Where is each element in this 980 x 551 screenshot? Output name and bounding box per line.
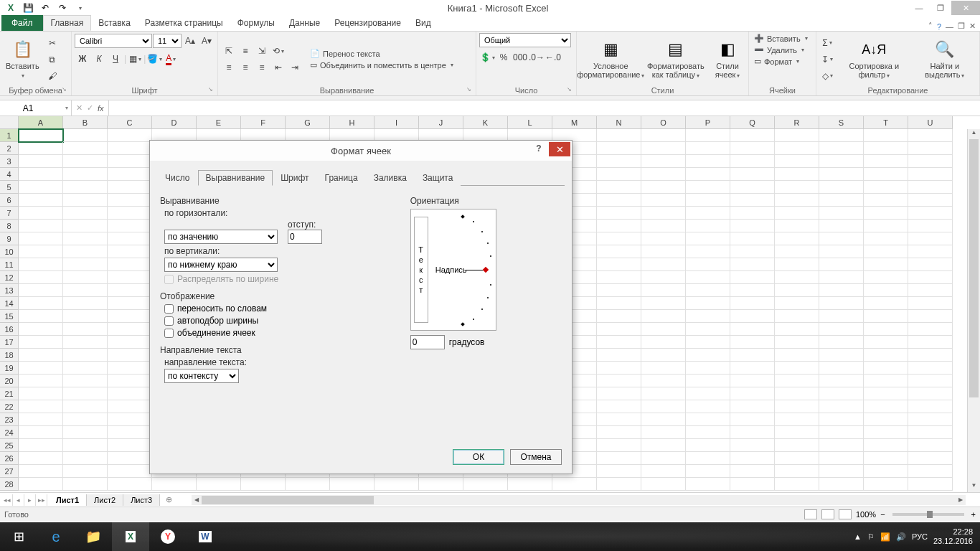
zoom-in-button[interactable]: + bbox=[971, 510, 976, 519]
bold-button[interactable]: Ж bbox=[75, 51, 90, 67]
cell[interactable] bbox=[597, 413, 641, 426]
cell[interactable] bbox=[19, 400, 63, 413]
cell[interactable] bbox=[19, 155, 63, 168]
align-right-button[interactable]: ≡ bbox=[254, 60, 270, 75]
cell[interactable] bbox=[819, 297, 864, 310]
cell[interactable] bbox=[730, 426, 775, 439]
row-header[interactable]: 8 bbox=[0, 220, 19, 232]
delete-cells-button[interactable]: ➖ Удалить ▾ bbox=[752, 44, 813, 55]
cell[interactable] bbox=[775, 439, 819, 452]
cell[interactable] bbox=[19, 387, 63, 400]
cell[interactable] bbox=[775, 375, 819, 387]
cell[interactable] bbox=[908, 362, 953, 375]
increase-decimal-button[interactable]: .0→ bbox=[529, 50, 545, 65]
cell[interactable] bbox=[19, 245, 63, 258]
mdi-minimize-icon[interactable]: — bbox=[946, 22, 953, 31]
cell[interactable] bbox=[597, 439, 641, 452]
row-header[interactable]: 13 bbox=[0, 284, 19, 297]
column-header[interactable]: R bbox=[775, 116, 819, 129]
cell[interactable] bbox=[730, 375, 775, 387]
scroll-up-icon[interactable]: ▲ bbox=[968, 129, 980, 139]
file-tab[interactable]: Файл bbox=[1, 15, 43, 31]
cell[interactable] bbox=[63, 362, 108, 375]
increase-indent-button[interactable]: ⇥ bbox=[287, 60, 303, 75]
cell[interactable] bbox=[108, 452, 152, 465]
cell[interactable] bbox=[597, 168, 641, 181]
number-format-select[interactable]: Общий bbox=[479, 33, 571, 47]
cell[interactable] bbox=[864, 232, 908, 245]
cell[interactable] bbox=[19, 181, 63, 194]
new-sheet-button[interactable]: ⊕ bbox=[160, 495, 177, 504]
cell[interactable] bbox=[63, 439, 108, 452]
cell[interactable] bbox=[108, 207, 152, 220]
sheet-tab[interactable]: Лист1 bbox=[49, 494, 87, 506]
cell[interactable] bbox=[819, 284, 864, 297]
dialog-help-button[interactable]: ? bbox=[530, 143, 547, 158]
cell[interactable] bbox=[63, 142, 108, 155]
merge-center-button[interactable]: ▭ Объединить и поместить в центре ▾ bbox=[308, 60, 456, 70]
column-header[interactable]: G bbox=[286, 116, 330, 129]
cell[interactable] bbox=[864, 310, 908, 323]
column-header[interactable]: N bbox=[597, 116, 641, 129]
align-top-button[interactable]: ⇱ bbox=[221, 43, 237, 59]
cell[interactable] bbox=[730, 323, 775, 336]
cell[interactable] bbox=[597, 465, 641, 478]
scroll-left-icon[interactable]: ◀ bbox=[192, 496, 202, 503]
orientation-dial[interactable]: Надпись bbox=[433, 214, 491, 326]
border-button[interactable]: ▦▾ bbox=[127, 51, 143, 67]
row-header[interactable]: 4 bbox=[0, 168, 19, 181]
cell[interactable] bbox=[108, 142, 152, 155]
scroll-right-icon[interactable]: ▶ bbox=[956, 496, 966, 503]
cell[interactable] bbox=[908, 271, 953, 284]
cell[interactable] bbox=[463, 478, 508, 491]
dialog-close-button[interactable]: ✕ bbox=[549, 142, 570, 156]
cell[interactable] bbox=[864, 220, 908, 232]
cell[interactable] bbox=[686, 465, 730, 478]
row-header[interactable]: 18 bbox=[0, 349, 19, 362]
italic-button[interactable]: К bbox=[91, 51, 107, 67]
align-left-button[interactable]: ≡ bbox=[221, 60, 237, 75]
cell[interactable] bbox=[864, 387, 908, 400]
cell[interactable] bbox=[19, 232, 63, 245]
cell[interactable] bbox=[19, 220, 63, 232]
cell[interactable] bbox=[597, 349, 641, 362]
cell[interactable] bbox=[641, 387, 686, 400]
horizontal-scrollbar[interactable]: ◀ ▶ bbox=[192, 495, 966, 505]
cell[interactable] bbox=[641, 465, 686, 478]
cell[interactable] bbox=[730, 155, 775, 168]
cell[interactable] bbox=[730, 452, 775, 465]
cell[interactable] bbox=[641, 220, 686, 232]
column-header[interactable]: F bbox=[241, 116, 286, 129]
cell[interactable] bbox=[19, 297, 63, 310]
dlg-tab-protection[interactable]: Защита bbox=[415, 170, 461, 186]
cell[interactable] bbox=[641, 129, 686, 142]
dialog-titlebar[interactable]: Формат ячеек ? ✕ bbox=[150, 141, 572, 161]
indent-spinner[interactable] bbox=[288, 230, 322, 244]
tab-formulas[interactable]: Формулы bbox=[230, 15, 282, 31]
row-header[interactable]: 9 bbox=[0, 232, 19, 245]
column-header[interactable]: S bbox=[819, 116, 864, 129]
row-header[interactable]: 19 bbox=[0, 362, 19, 375]
dlg-tab-border[interactable]: Граница bbox=[317, 170, 366, 186]
mdi-close-icon[interactable]: ✕ bbox=[969, 22, 976, 31]
cell[interactable] bbox=[908, 375, 953, 387]
cell[interactable] bbox=[686, 375, 730, 387]
cell[interactable] bbox=[819, 194, 864, 207]
degrees-spinner[interactable] bbox=[410, 335, 445, 349]
cell[interactable] bbox=[19, 142, 63, 155]
cell[interactable] bbox=[597, 400, 641, 413]
cell[interactable] bbox=[819, 220, 864, 232]
start-button[interactable]: ⊞ bbox=[0, 522, 37, 551]
column-header[interactable]: E bbox=[197, 116, 241, 129]
cell[interactable] bbox=[641, 181, 686, 194]
decrease-font-button[interactable]: A▾ bbox=[199, 33, 215, 49]
cell[interactable] bbox=[63, 297, 108, 310]
cell[interactable] bbox=[775, 362, 819, 375]
row-header[interactable]: 6 bbox=[0, 194, 19, 207]
cell[interactable] bbox=[686, 245, 730, 258]
cell[interactable] bbox=[63, 323, 108, 336]
vertical-scrollbar[interactable]: ▲ ▼ bbox=[967, 129, 980, 492]
cell[interactable] bbox=[908, 207, 953, 220]
cell[interactable] bbox=[597, 258, 641, 271]
cell[interactable] bbox=[819, 310, 864, 323]
